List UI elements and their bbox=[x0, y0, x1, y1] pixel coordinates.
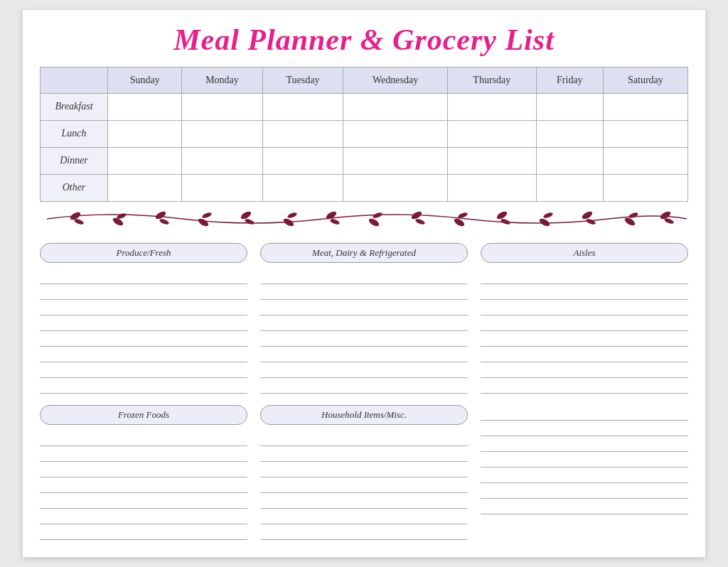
day-wednesday: Wednesday bbox=[343, 67, 447, 93]
list-line bbox=[260, 269, 468, 284]
meal-cell[interactable] bbox=[603, 120, 687, 147]
list-line bbox=[260, 331, 468, 347]
meal-cell[interactable] bbox=[182, 174, 262, 201]
list-line bbox=[40, 431, 247, 446]
list-line bbox=[40, 347, 247, 362]
meal-cell[interactable] bbox=[447, 147, 536, 174]
list-line bbox=[481, 378, 688, 394]
meal-cell[interactable] bbox=[343, 174, 447, 201]
list-line bbox=[481, 421, 688, 436]
svg-point-17 bbox=[414, 218, 425, 225]
list-line bbox=[40, 284, 247, 300]
list-line bbox=[481, 436, 688, 452]
meat-lines bbox=[260, 269, 468, 394]
list-line bbox=[40, 315, 247, 331]
meal-cell[interactable] bbox=[182, 120, 262, 147]
list-line bbox=[40, 378, 247, 394]
meat-label: Meat, Dairy & Refrigerated bbox=[260, 243, 468, 263]
list-line bbox=[40, 300, 247, 315]
meal-cell[interactable] bbox=[536, 174, 603, 201]
meal-label-breakfast: Breakfast bbox=[41, 93, 108, 120]
list-line bbox=[260, 509, 468, 524]
meal-cell[interactable] bbox=[262, 147, 343, 174]
list-line bbox=[260, 446, 468, 462]
meal-cell[interactable] bbox=[262, 93, 343, 120]
svg-point-14 bbox=[368, 217, 380, 227]
meal-cell[interactable] bbox=[262, 120, 343, 147]
grocery-col-frozen: Frozen Foods bbox=[40, 405, 247, 540]
list-line bbox=[260, 315, 468, 331]
day-sunday: Sunday bbox=[108, 67, 182, 93]
meal-cell[interactable] bbox=[182, 93, 262, 120]
list-line bbox=[481, 315, 688, 331]
meal-cell[interactable] bbox=[108, 120, 182, 147]
list-line bbox=[260, 493, 468, 509]
meal-cell[interactable] bbox=[343, 120, 447, 147]
household-label: Household Items/Misc. bbox=[260, 405, 468, 425]
meal-cell[interactable] bbox=[536, 93, 603, 120]
list-line bbox=[481, 269, 688, 284]
grocery-col-produce: Produce/Fresh bbox=[40, 243, 247, 394]
svg-point-24 bbox=[581, 210, 594, 220]
list-line bbox=[40, 493, 247, 509]
list-line bbox=[481, 300, 688, 315]
meal-cell[interactable] bbox=[108, 147, 182, 174]
svg-point-26 bbox=[623, 216, 636, 227]
svg-point-27 bbox=[628, 212, 638, 219]
meal-cell[interactable] bbox=[536, 147, 603, 174]
produce-lines bbox=[40, 269, 247, 394]
meal-cell[interactable] bbox=[603, 93, 687, 120]
meal-cell[interactable] bbox=[182, 147, 262, 174]
meal-label-dinner: Dinner bbox=[41, 147, 108, 174]
list-line bbox=[481, 452, 688, 468]
list-line bbox=[40, 362, 247, 378]
meal-cell[interactable] bbox=[343, 93, 447, 120]
grocery-col-meat: Meat, Dairy & Refrigerated bbox=[260, 243, 468, 394]
svg-point-8 bbox=[240, 210, 252, 220]
list-line bbox=[481, 499, 688, 514]
aisles-bottom-lines bbox=[481, 405, 688, 514]
meal-cell[interactable] bbox=[343, 147, 447, 174]
list-line bbox=[260, 300, 468, 315]
page: Meal Planner & Grocery List Sunday Monda… bbox=[23, 10, 705, 557]
meal-cell[interactable] bbox=[447, 174, 536, 201]
svg-point-21 bbox=[500, 218, 510, 225]
list-line bbox=[260, 462, 468, 477]
list-line bbox=[260, 431, 468, 446]
list-line bbox=[260, 378, 468, 394]
svg-point-13 bbox=[329, 218, 340, 225]
list-line bbox=[481, 468, 688, 483]
meal-cell[interactable] bbox=[603, 147, 687, 174]
meal-cell[interactable] bbox=[603, 174, 687, 201]
list-line bbox=[40, 446, 247, 462]
produce-label: Produce/Fresh bbox=[40, 243, 247, 263]
meal-cell[interactable] bbox=[108, 93, 182, 120]
list-line bbox=[481, 405, 688, 421]
svg-point-25 bbox=[585, 218, 596, 225]
aisles-label: Aisles bbox=[481, 243, 688, 263]
meal-cell[interactable] bbox=[108, 174, 182, 201]
list-line bbox=[40, 269, 247, 284]
svg-point-7 bbox=[201, 212, 212, 219]
svg-point-23 bbox=[542, 212, 553, 219]
list-line bbox=[40, 509, 247, 524]
meal-cell[interactable] bbox=[262, 174, 343, 201]
svg-point-4 bbox=[154, 210, 167, 220]
meal-label-other: Other bbox=[41, 174, 108, 201]
list-line bbox=[260, 284, 468, 300]
svg-point-22 bbox=[538, 217, 551, 227]
svg-point-15 bbox=[372, 212, 382, 219]
list-line bbox=[40, 462, 247, 477]
household-lines bbox=[260, 431, 468, 540]
frozen-lines bbox=[40, 431, 247, 540]
list-line bbox=[40, 477, 247, 493]
meal-cell[interactable] bbox=[447, 93, 536, 120]
grocery-section-bottom: Frozen Foods Household Items/Misc. bbox=[40, 405, 688, 540]
list-line bbox=[481, 284, 688, 300]
day-tuesday: Tuesday bbox=[262, 67, 343, 93]
grocery-section-top: Produce/Fresh Meat, Dairy & Refrigerated… bbox=[40, 243, 688, 394]
list-line bbox=[260, 524, 468, 540]
meal-cell[interactable] bbox=[447, 120, 536, 147]
meal-cell[interactable] bbox=[536, 120, 603, 147]
list-line bbox=[260, 347, 468, 362]
